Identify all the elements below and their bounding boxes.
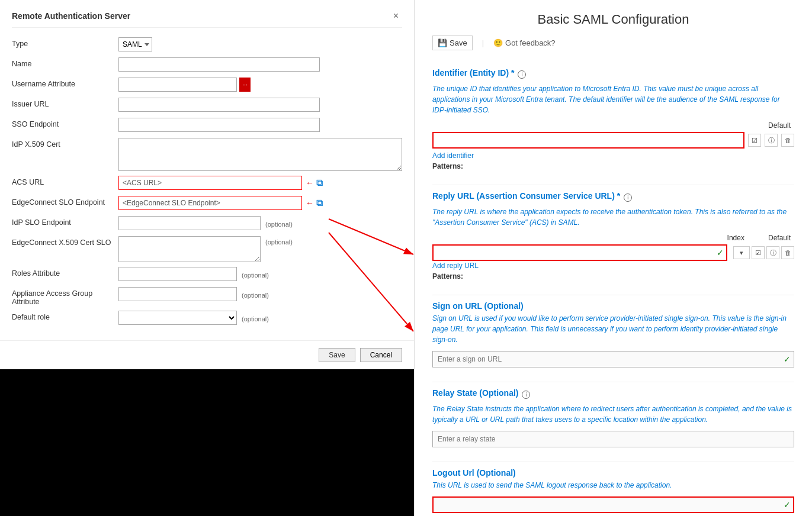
idp-cert-label: IdP X.509 Cert: [12, 138, 118, 149]
roles-attr-label: Roles Attribute: [12, 267, 118, 278]
identifier-section-title: Identifier (Entity ID) *: [432, 68, 514, 78]
save-icon: 💾: [438, 38, 447, 47]
feedback-icon: 🙂: [493, 38, 503, 47]
sign-on-check-icon: ✓: [784, 354, 791, 364]
relay-state-info-icon[interactable]: i: [522, 391, 530, 399]
identifier-section: Identifier (Entity ID) * i The unique ID…: [432, 68, 794, 170]
close-button[interactable]: ×: [390, 9, 402, 22]
name-input[interactable]: [118, 57, 320, 72]
save-button[interactable]: Save: [319, 348, 355, 362]
issuer-url-input[interactable]: [118, 98, 320, 112]
sign-on-section: Sign on URL (Optional) Sign on URL is us…: [432, 301, 794, 367]
reply-info-button[interactable]: ⓘ: [766, 246, 779, 259]
reply-delete-button[interactable]: 🗑: [781, 246, 794, 259]
identifier-input[interactable]: [432, 132, 744, 149]
username-attr-dots-button[interactable]: ···: [239, 78, 251, 92]
reply-patterns-label: Patterns:: [432, 272, 794, 280]
sign-on-input[interactable]: [432, 351, 794, 367]
identifier-check-button[interactable]: ☑: [748, 134, 761, 147]
reply-url-section: Reply URL (Assertion Consumer Service UR…: [432, 191, 794, 280]
add-reply-url-link[interactable]: Add reply URL: [432, 262, 479, 270]
feedback-button[interactable]: 🙂 Got feedback?: [493, 38, 556, 47]
acs-url-arrow-icon: ←: [306, 178, 314, 188]
reply-url-input[interactable]: [432, 244, 727, 261]
username-attr-label: Username Attribute: [12, 78, 118, 88]
feedback-label: Got feedback?: [505, 38, 556, 47]
sign-on-description: Sign on URL is used if you would like to…: [432, 313, 794, 345]
appliance-access-label: Appliance Access Group Attribute: [12, 287, 118, 306]
sso-endpoint-input[interactable]: [118, 118, 320, 132]
reply-index-col-header: Index: [727, 234, 744, 242]
default-role-label: Default role: [12, 311, 118, 321]
save-label: Save: [450, 38, 467, 47]
identifier-info-button[interactable]: ⓘ: [765, 134, 778, 147]
black-area: [0, 369, 414, 516]
relay-state-section-title: Relay State (Optional): [432, 388, 518, 398]
page-title: Basic SAML Configuration: [432, 12, 794, 27]
acs-url-label: ACS URL: [12, 176, 118, 186]
reply-index-select-button[interactable]: ▾: [733, 246, 750, 259]
acs-url-input[interactable]: [118, 176, 302, 190]
panel-title: Remote Authentication Server: [12, 11, 130, 21]
relay-state-section: Relay State (Optional) i The Relay State…: [432, 388, 794, 447]
identifier-info-icon[interactable]: i: [518, 70, 526, 79]
idp-slo-endpoint-input[interactable]: [118, 216, 261, 230]
reply-url-section-title: Reply URL (Assertion Consumer Service UR…: [432, 191, 620, 201]
edgeconnect-slo-label: EdgeConnect SLO Endpoint: [12, 196, 118, 207]
reply-url-check-icon: ✓: [717, 248, 724, 257]
default-role-optional-label: (optional): [242, 313, 269, 322]
default-role-select[interactable]: [118, 311, 237, 325]
appliance-access-input[interactable]: [118, 287, 237, 301]
relay-state-description: The Relay State instructs the applicatio…: [432, 404, 794, 425]
reply-url-info-icon[interactable]: i: [624, 194, 632, 202]
reply-url-description: The reply URL is where the application e…: [432, 207, 794, 228]
identifier-delete-button[interactable]: 🗑: [781, 134, 794, 147]
toolbar-divider: |: [482, 38, 484, 47]
identifier-default-col-header: Default: [768, 121, 791, 130]
logout-url-input[interactable]: [432, 496, 794, 513]
sso-endpoint-label: SSO Endpoint: [12, 118, 118, 128]
username-attr-input[interactable]: [118, 78, 237, 92]
identifier-description: The unique ID that identifies your appli…: [432, 83, 794, 115]
logout-url-check-icon: ✓: [784, 500, 791, 509]
issuer-url-label: Issuer URL: [12, 98, 118, 108]
idp-cert-textarea[interactable]: [118, 138, 402, 171]
type-label: Type: [12, 37, 118, 48]
sign-on-section-title: Sign on URL (Optional): [432, 301, 524, 311]
edgeconnect-slo-copy-icon[interactable]: ⧉: [316, 198, 323, 208]
reply-default-col-header: Default: [768, 234, 791, 242]
roles-optional-label: (optional): [242, 269, 269, 279]
logout-url-section: Logout Url (Optional) This URL is used t…: [432, 468, 794, 513]
edgeconnect-slo-arrow-icon: ←: [306, 198, 314, 208]
relay-state-input[interactable]: [432, 431, 794, 447]
edgeconnect-cert-slo-textarea[interactable]: [118, 236, 261, 262]
acs-url-copy-icon[interactable]: ⧉: [316, 178, 323, 188]
cancel-button[interactable]: Cancel: [360, 348, 402, 362]
type-select[interactable]: SAML: [118, 37, 152, 51]
reply-default-check-button[interactable]: ☑: [752, 246, 765, 259]
edgeconnect-cert-optional-label: (optional): [265, 236, 293, 246]
logout-url-description: This URL is used to send the SAML logout…: [432, 480, 794, 491]
edgeconnect-slo-input[interactable]: [118, 196, 302, 210]
edgeconnect-cert-slo-label: EdgeConnect X.509 Cert SLO: [12, 236, 118, 247]
idp-slo-optional-label: (optional): [265, 218, 293, 228]
logout-url-section-title: Logout Url (Optional): [432, 468, 516, 478]
roles-attr-input[interactable]: [118, 267, 237, 281]
name-label: Name: [12, 57, 118, 68]
save-toolbar-button[interactable]: 💾 Save: [432, 36, 473, 50]
add-identifier-link[interactable]: Add identifier: [432, 151, 474, 160]
idp-slo-endpoint-label: IdP SLO Endpoint: [12, 216, 118, 227]
appliance-optional-label: (optional): [242, 289, 269, 299]
identifier-patterns-label: Patterns:: [432, 162, 794, 170]
